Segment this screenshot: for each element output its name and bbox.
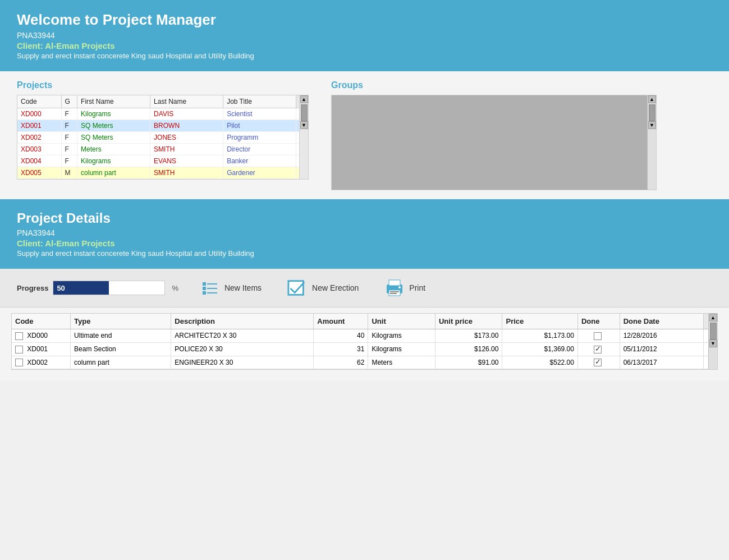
scroll-thumb[interactable] xyxy=(301,104,308,121)
done-checkbox[interactable] xyxy=(594,346,602,354)
header-description: Supply and erect instant concerete King … xyxy=(17,52,712,60)
projects-scrollbar[interactable]: ▲ ▼ xyxy=(299,95,308,179)
svg-rect-4 xyxy=(207,288,217,289)
svg-rect-5 xyxy=(207,292,217,293)
details-col-desc: Description xyxy=(171,314,314,329)
progress-value: 50 xyxy=(53,284,65,292)
groups-title: Groups xyxy=(331,80,712,90)
new-items-button[interactable]: New Items xyxy=(195,276,266,300)
svg-rect-8 xyxy=(389,280,400,286)
header-project-id: PNA33944 xyxy=(17,31,712,40)
groups-panel: Groups ▲ ▼ xyxy=(331,80,712,190)
toolbar: Progress 50 % New Items N xyxy=(0,269,729,307)
erection-icon xyxy=(287,278,308,298)
table-row[interactable]: XD005Mcolumn partSMITHGardener xyxy=(17,167,308,179)
welcome-title: Welcome to Project Manager xyxy=(17,11,712,29)
svg-rect-0 xyxy=(203,282,206,286)
col-header-code: Code xyxy=(17,95,61,108)
details-description: Supply and erect instant concerete King … xyxy=(17,249,712,258)
print-button[interactable]: Print xyxy=(380,276,430,300)
groups-box: ▲ ▼ xyxy=(331,95,657,190)
details-col-type: Type xyxy=(71,314,171,329)
details-col-code: Code xyxy=(12,314,71,329)
project-details-title: Project Details xyxy=(17,210,712,226)
details-table-wrapper: Code Type Description Amount Unit Unit p… xyxy=(11,313,718,370)
details-col-amount: Amount xyxy=(314,314,368,329)
scroll-up-btn[interactable]: ▲ xyxy=(300,95,308,103)
details-client: Client: Al-Eman Projects xyxy=(17,238,712,248)
new-items-label: New Items xyxy=(224,283,262,292)
table-row[interactable]: XD002FSQ MetersJONESProgramm xyxy=(17,132,308,144)
details-col-donedate: Done Date xyxy=(620,314,703,329)
print-label: Print xyxy=(409,283,425,292)
col-header-lastname: Last Name xyxy=(150,95,223,108)
done-checkbox[interactable] xyxy=(594,359,602,366)
project-details-header: Project Details PNA33944 Client: Al-Eman… xyxy=(0,199,729,269)
col-header-firstname: First Name xyxy=(77,95,150,108)
new-erection-label: New Erection xyxy=(312,283,359,292)
svg-rect-11 xyxy=(390,293,397,294)
details-scrollbar[interactable]: ▲ ▼ xyxy=(708,314,717,369)
svg-rect-1 xyxy=(203,287,206,290)
table-row[interactable]: XD002column partENGINEER20 X 3062Meters$… xyxy=(12,356,717,369)
details-table: Code Type Description Amount Unit Unit p… xyxy=(12,314,717,369)
groups-scroll-thumb[interactable] xyxy=(649,104,655,121)
table-row[interactable]: XD000FKilogramsDAVISScientist xyxy=(17,108,308,120)
svg-rect-6 xyxy=(288,281,304,295)
row-checkbox[interactable] xyxy=(15,332,23,340)
header-client: Client: Al-Eman Projects xyxy=(17,41,712,51)
details-scroll-thumb[interactable] xyxy=(710,323,717,339)
table-row[interactable]: XD000Ultimate endARCHITECT20 X 3040Kilog… xyxy=(12,329,717,343)
details-col-price: Price xyxy=(502,314,577,329)
details-project-id: PNA33944 xyxy=(17,228,712,237)
details-col-done: Done xyxy=(577,314,620,329)
top-header: Welcome to Project Manager PNA33944 Clie… xyxy=(0,0,729,71)
new-erection-button[interactable]: New Erection xyxy=(283,276,363,300)
svg-point-12 xyxy=(398,286,401,288)
projects-title: Projects xyxy=(17,80,309,90)
row-checkbox[interactable] xyxy=(15,346,23,354)
table-row[interactable]: XD003FMetersSMITHDirector xyxy=(17,144,308,155)
svg-rect-3 xyxy=(207,283,217,284)
details-section: Code Type Description Amount Unit Unit p… xyxy=(0,307,729,381)
groups-scroll-up[interactable]: ▲ xyxy=(648,95,656,103)
table-row[interactable]: XD001FSQ MetersBROWNPilot xyxy=(17,120,308,132)
details-col-unit: Unit xyxy=(368,314,435,329)
scroll-down-btn[interactable]: ▼ xyxy=(300,121,308,129)
col-header-jobtitle: Job Title xyxy=(223,95,296,108)
projects-table: Code G First Name Last Name Job Title XD… xyxy=(17,95,308,179)
svg-rect-2 xyxy=(203,291,206,295)
groups-scrollbar[interactable]: ▲ ▼ xyxy=(647,95,656,190)
new-items-icon xyxy=(200,278,220,298)
progress-label: Progress xyxy=(17,284,48,292)
row-checkbox[interactable] xyxy=(15,359,23,366)
groups-scroll-down[interactable]: ▼ xyxy=(648,121,656,129)
details-scroll-down[interactable]: ▼ xyxy=(709,339,717,347)
details-col-unitprice: Unit price xyxy=(435,314,502,329)
print-icon xyxy=(384,278,405,298)
middle-section: Projects Code G First Name Last Name Job… xyxy=(0,71,729,199)
table-row[interactable]: XD001Beam SectionPOLICE20 X 3031Kilogram… xyxy=(12,342,717,356)
table-row[interactable]: XD004FKilogramsEVANSBanker xyxy=(17,155,308,167)
col-header-g: G xyxy=(61,95,77,108)
projects-table-wrapper: Code G First Name Last Name Job Title XD… xyxy=(17,95,309,180)
projects-panel: Projects Code G First Name Last Name Job… xyxy=(17,80,309,190)
progress-section: Progress 50 % xyxy=(17,281,178,295)
progress-bar: 50 xyxy=(53,281,165,295)
done-checkbox[interactable] xyxy=(594,332,602,340)
progress-percent: % xyxy=(172,284,178,292)
details-scroll-up[interactable]: ▲ xyxy=(709,314,717,322)
svg-rect-10 xyxy=(390,291,399,292)
